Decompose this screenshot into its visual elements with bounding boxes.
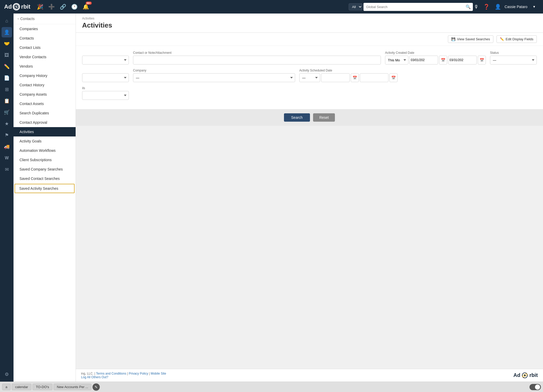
- app-logo[interactable]: Ad rbit: [4, 3, 30, 10]
- sidebar-icon-grid[interactable]: ⊞: [2, 84, 12, 95]
- privacy-link[interactable]: Privacy Policy: [129, 372, 148, 375]
- sidebar-icon-document[interactable]: 📄: [2, 73, 12, 83]
- sidebar-item-companies[interactable]: Companies: [14, 24, 76, 34]
- sched-preset-select[interactable]: —: [299, 73, 320, 82]
- status-select[interactable]: —: [490, 56, 537, 64]
- help-icon-btn[interactable]: ❓: [482, 2, 491, 11]
- left-menu: ‹ Contacts Companies Contacts Contact Li…: [14, 14, 76, 382]
- history-icon-btn[interactable]: 🕐: [70, 2, 79, 11]
- date-to-input[interactable]: [448, 56, 477, 64]
- footer-links: ing, LLC. | Terms and Conditions | Priva…: [81, 372, 166, 379]
- sidebar-item-activities[interactable]: Activities: [14, 127, 76, 136]
- sidebar-icon-contacts[interactable]: 👤: [2, 27, 12, 37]
- back-label: Contacts: [20, 17, 35, 21]
- search-scope-select[interactable]: All: [349, 3, 362, 10]
- sidebar-icon-edit[interactable]: ✏️: [2, 61, 12, 72]
- left-menu-back[interactable]: ‹ Contacts: [14, 14, 76, 24]
- taskbar-tab-todos[interactable]: TO-DO's: [32, 384, 52, 390]
- sidebar-item-contacts[interactable]: Contacts: [14, 34, 76, 43]
- view-saved-searches-btn[interactable]: 💾 View Saved Searches: [448, 35, 493, 43]
- user-dropdown-btn[interactable]: ▼: [529, 2, 539, 11]
- reset-button[interactable]: Reset: [313, 113, 335, 122]
- search-submit-btn[interactable]: 🔍: [463, 3, 473, 11]
- sidebar-icon-truck[interactable]: 🚚: [2, 141, 12, 152]
- notification-bell[interactable]: 🔔 99+: [81, 2, 91, 11]
- form-group-left1: [82, 51, 129, 64]
- global-search-input[interactable]: [363, 3, 463, 10]
- sidebar-item-automation-workflows[interactable]: Automation Workflows: [14, 146, 76, 155]
- sidebar-item-search-duplicates[interactable]: Search Duplicates: [14, 108, 76, 118]
- sidebar-icon-clipboard[interactable]: 📋: [2, 96, 12, 106]
- sidebar-icon-settings[interactable]: ⚙: [2, 369, 12, 380]
- sidebar-item-company-history[interactable]: Company History: [14, 71, 76, 80]
- left-select2-label: [82, 69, 129, 72]
- logout-others-link[interactable]: Log All Others Out?: [81, 375, 108, 379]
- taskbar-tab-calendar[interactable]: calendar: [12, 384, 31, 390]
- activity-scheduled-label: Activity Scheduled Date: [299, 69, 398, 72]
- user-icon-btn[interactable]: 👤: [493, 2, 502, 11]
- sched-from-cal-btn[interactable]: 📅: [351, 73, 359, 82]
- company-select[interactable]: —: [133, 73, 295, 82]
- footer-logo-text: Ad: [513, 372, 520, 378]
- sched-from-input[interactable]: [321, 73, 350, 82]
- sidebar-item-client-subscriptions[interactable]: Client Subscriptions: [14, 155, 76, 165]
- sidebar-item-vendors[interactable]: Vendors: [14, 62, 76, 71]
- sidebar-icon-cart[interactable]: 🛒: [2, 107, 12, 117]
- notification-badge: 99+: [86, 2, 92, 5]
- date-from-input[interactable]: [409, 56, 438, 64]
- top-nav-icons: 🎉 ➕ 🔗 🕐 🔔 99+: [36, 2, 346, 11]
- form-group-left2: [82, 69, 129, 82]
- add-icon-btn[interactable]: ➕: [47, 2, 56, 11]
- page-footer: ing, LLC. | Terms and Conditions | Priva…: [76, 369, 543, 382]
- date-preset-select[interactable]: This Mo: [385, 56, 408, 64]
- mobile-site-link[interactable]: Mobile Site: [151, 372, 166, 375]
- mic-btn[interactable]: 🎙: [474, 4, 479, 10]
- sidebar-item-company-assets[interactable]: Company Assets: [14, 90, 76, 99]
- search-button[interactable]: Search: [284, 113, 310, 122]
- sidebar-icon-home[interactable]: ⌂: [2, 16, 12, 26]
- contact-note-input[interactable]: [133, 56, 381, 64]
- sidebar-item-saved-activity-searches[interactable]: Saved Activity Searches: [15, 184, 75, 193]
- taskbar-tab-new-accounts[interactable]: New Accounts Per ...: [54, 384, 92, 390]
- toggle-knob: [535, 384, 540, 390]
- details-select[interactable]: [82, 91, 129, 100]
- sched-to-input[interactable]: [360, 73, 388, 82]
- view-saved-icon: 💾: [451, 37, 455, 41]
- sidebar-item-contact-approval[interactable]: Contact Approval: [14, 118, 76, 127]
- party-icon-btn[interactable]: 🎉: [36, 2, 45, 11]
- contact-note-label: Contact or Note/Attachment: [133, 51, 381, 55]
- details-label: ils: [82, 86, 129, 90]
- date-to-cal-btn[interactable]: 📅: [478, 56, 486, 64]
- taskbar-right: [529, 384, 541, 390]
- sidebar-icon-photo[interactable]: 🖼: [2, 50, 12, 60]
- left-select1[interactable]: [82, 56, 129, 64]
- svg-point-4: [524, 375, 526, 376]
- taskbar-edit-icon: ✎: [95, 385, 98, 389]
- sidebar-item-saved-contact-searches[interactable]: Saved Contact Searches: [14, 174, 76, 183]
- search-form: Contact or Note/Attachment Activity Crea…: [76, 46, 543, 109]
- sidebar-item-saved-company-searches[interactable]: Saved Company Searches: [14, 165, 76, 174]
- sidebar-icon-flag[interactable]: ⚑: [2, 130, 12, 140]
- sidebar-icon-handshake[interactable]: 🤝: [2, 38, 12, 49]
- form-group-company: Company —: [133, 69, 295, 82]
- sidebar-item-contact-lists[interactable]: Contact Lists: [14, 43, 76, 52]
- sidebar-item-activity-goals[interactable]: Activity Goals: [14, 136, 76, 146]
- page-header: Activities Activities: [76, 14, 543, 33]
- sidebar-icon-mail[interactable]: ✉: [2, 164, 12, 175]
- logo-text: Ad: [4, 3, 12, 10]
- breadcrumb: Activities: [82, 17, 537, 20]
- taskbar-toggle[interactable]: [529, 384, 541, 390]
- sidebar-item-contact-history[interactable]: Contact History: [14, 80, 76, 90]
- left-select2[interactable]: [82, 73, 129, 82]
- sched-to-cal-btn[interactable]: 📅: [389, 73, 398, 82]
- taskbar-edit-btn[interactable]: ✎: [92, 383, 100, 391]
- sidebar-icon-word[interactable]: W: [2, 153, 12, 163]
- date-from-cal-btn[interactable]: 📅: [439, 56, 447, 64]
- sidebar-item-contact-assets[interactable]: Contact Assets: [14, 99, 76, 108]
- terms-link[interactable]: Terms and Conditions: [96, 372, 126, 375]
- sidebar-icon-star[interactable]: ★: [2, 119, 12, 129]
- link-icon-btn[interactable]: 🔗: [58, 2, 68, 11]
- sidebar-item-vendor-contacts[interactable]: Vendor Contacts: [14, 52, 76, 62]
- taskbar-tab-a[interactable]: a: [2, 384, 11, 390]
- edit-display-fields-btn[interactable]: ✏️ Edit Display Fields: [496, 35, 537, 43]
